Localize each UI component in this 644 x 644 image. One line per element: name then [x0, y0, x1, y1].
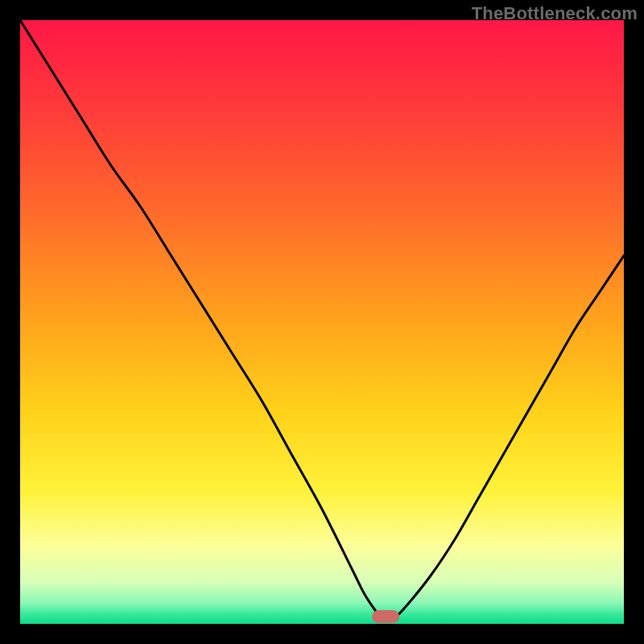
attribution-text: TheBottleneck.com: [472, 3, 638, 24]
optimal-marker: [372, 610, 399, 623]
bottleneck-curve: [20, 20, 624, 624]
chart-frame: TheBottleneck.com: [0, 0, 644, 644]
plot-area: [20, 20, 624, 624]
